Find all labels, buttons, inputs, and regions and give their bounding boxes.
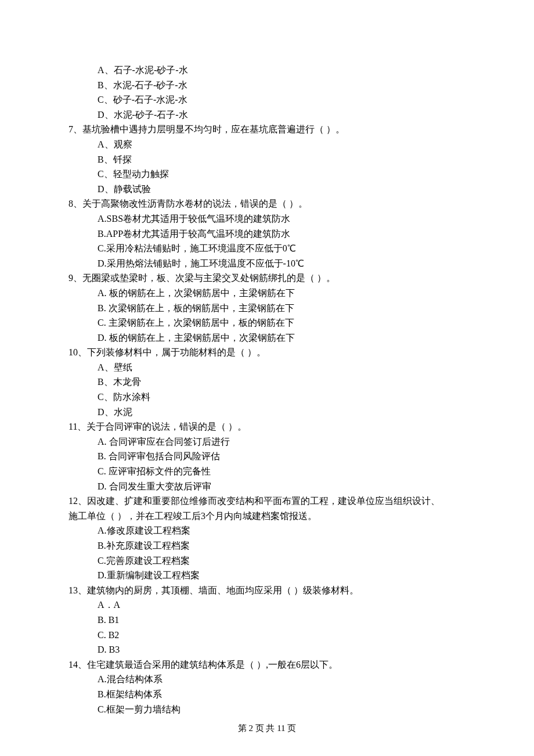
q14-choice-b: B.框架结构体系 [68,687,466,702]
q6-choice-d: D、水泥-砂子-石子-水 [68,107,466,123]
q7-choice-a: A、观察 [68,137,466,152]
q8-stem: 8、关于高聚物改性沥青防水卷材的说法，错误的是（ ）。 [68,196,466,211]
q8-choice-c: C.采用冷粘法铺贴时，施工环境温度不应低于0℃ [68,241,466,256]
q11-stem: 11、关于合同评审的说法，错误的是（ ）。 [68,419,466,434]
q12-choice-a: A.修改原建设工程档案 [68,523,466,538]
q8-choice-a: A.SBS卷材尤其适用于较低气温环境的建筑防水 [68,211,466,226]
q13-stem: 13、建筑物内的厨房，其顶棚、墙面、地面均应采用（ ）级装修材料。 [68,583,466,598]
q6-choice-a: A、石子-水泥-砂子-水 [68,63,466,78]
q11-choice-b: B. 合同评审包括合同风险评估 [68,449,466,464]
q7-stem: 7、基坑验槽中遇持力层明显不均匀时，应在基坑底普遍进行（ ）。 [68,122,466,137]
q13-choice-b: B. B1 [68,613,466,628]
q6-choice-c: C、砂子-石子-水泥-水 [68,92,466,107]
q7-choice-d: D、静载试验 [68,182,466,197]
q10-choice-c: C、防水涂料 [68,390,466,405]
q12-stem-line1: 12、因改建、扩建和重要部位维修而改变结构和平面布置的工程，建设单位应当组织设计… [68,494,466,509]
q8-choice-d: D.采用热熔法铺贴时，施工环境温度不应低于-10℃ [68,256,466,271]
q12-choice-b: B.补充原建设工程档案 [68,538,466,553]
q12-stem-line2: 施工单位（ ），并在工程竣工后3个月内向城建档案馆报送。 [68,509,466,524]
q12-choice-c: C.完善原建设工程档案 [68,553,466,568]
document-page: A、石子-水泥-砂子-水 B、水泥-石子-砂子-水 C、砂子-石子-水泥-水 D… [0,0,534,756]
q12-choice-d: D.重新编制建设工程档案 [68,568,466,583]
q13-choice-c: C. B2 [68,628,466,643]
q13-choice-a: A．A [68,597,466,613]
q9-choice-d: D. 板的钢筋在上，主梁钢筋居中，次梁钢筋在下 [68,330,466,345]
q10-choice-b: B、木龙骨 [68,375,466,390]
q10-choice-d: D、水泥 [68,405,466,420]
q11-choice-d: D. 合同发生重大变故后评审 [68,479,466,494]
q10-stem: 10、下列装修材料中，属于功能材料的是（ ）。 [68,345,466,360]
q7-choice-b: B、钎探 [68,152,466,167]
q14-choice-c: C.框架一剪力墙结构 [68,702,466,717]
q11-choice-a: A. 合同评审应在合同签订后进行 [68,434,466,449]
q14-stem: 14、住宅建筑最适合采用的建筑结构体系是（ ）,一般在6层以下。 [68,657,466,672]
q6-choice-b: B、水泥-石子-砂子-水 [68,78,466,93]
q7-choice-c: C、轻型动力触探 [68,167,466,182]
q8-choice-b: B.APP卷材尤其适用于较高气温环境的建筑防水 [68,226,466,242]
q11-choice-c: C. 应评审招标文件的完备性 [68,464,466,479]
page-footer: 第 2 页 共 11 页 [0,721,534,735]
q9-choice-c: C. 主梁钢筋在上，次梁钢筋居中，板的钢筋在下 [68,315,466,330]
q9-choice-a: A. 板的钢筋在上，次梁钢筋居中，主梁钢筋在下 [68,286,466,301]
q14-choice-a: A.混合结构体系 [68,672,466,687]
q9-choice-b: B. 次梁钢筋在上，板的钢筋居中，主梁钢筋在下 [68,301,466,316]
q9-stem: 9、无圈梁或垫梁时，板、次梁与主梁交叉处钢筋绑扎的是（ ）。 [68,271,466,286]
q13-choice-d: D. B3 [68,642,466,657]
q10-choice-a: A、壁纸 [68,360,466,375]
